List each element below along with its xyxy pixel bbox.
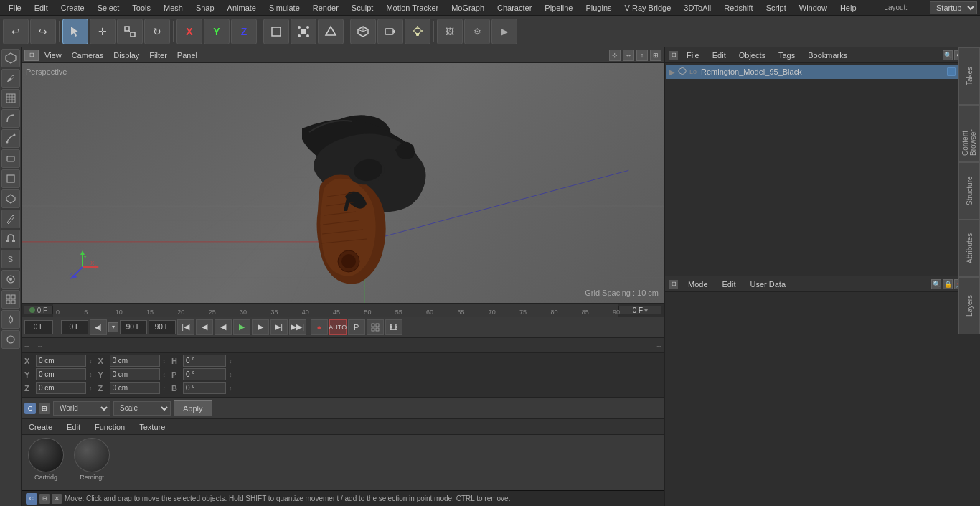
point-mode-button[interactable] bbox=[291, 19, 316, 44]
coord-z-rot[interactable] bbox=[110, 382, 160, 394]
objects-edit-menu[interactable]: Edit bbox=[708, 50, 730, 61]
sidebar-model-btn[interactable] bbox=[1, 49, 20, 67]
render-view-button[interactable]: 🖼 bbox=[437, 19, 463, 44]
attrs-edit-menu[interactable]: Edit bbox=[718, 278, 740, 290]
render-settings-button[interactable]: ⚙ bbox=[464, 19, 490, 44]
to-end-btn[interactable]: ▶| bbox=[270, 319, 288, 335]
back-frame-btn[interactable]: ◀ bbox=[196, 319, 213, 335]
menu-snap[interactable]: Snap bbox=[190, 2, 220, 14]
object-mode-button[interactable] bbox=[263, 19, 289, 44]
viewport-ctrl-4[interactable]: ⊞ bbox=[650, 50, 661, 61]
object-row-remington[interactable]: ▶ Lo Remington_Model_95_Black bbox=[666, 65, 979, 79]
tab-structure[interactable]: Structure bbox=[958, 162, 980, 220]
sidebar-paint2-btn[interactable] bbox=[1, 270, 20, 289]
interactive-render-button[interactable]: ▶ bbox=[491, 19, 517, 44]
sidebar-knife-btn[interactable] bbox=[1, 210, 20, 228]
sidebar-bend-btn[interactable] bbox=[1, 109, 20, 128]
sidebar-texture-btn[interactable] bbox=[1, 89, 20, 108]
material-cartridge[interactable]: Cartridg bbox=[24, 438, 67, 481]
material-create-menu[interactable]: Create bbox=[24, 421, 57, 433]
redo-button[interactable]: ↪ bbox=[30, 19, 56, 44]
status-icon-1[interactable]: C bbox=[24, 403, 36, 414]
menu-motion-tracker[interactable]: Motion Tracker bbox=[380, 2, 444, 14]
playback-grid-btn[interactable] bbox=[367, 319, 384, 335]
sidebar-grid-btn[interactable] bbox=[1, 290, 20, 309]
menu-edit[interactable]: Edit bbox=[29, 2, 54, 14]
coord-h[interactable] bbox=[183, 355, 226, 367]
next-frame-btn[interactable]: ▶ bbox=[252, 319, 269, 335]
sidebar-drop-btn[interactable] bbox=[1, 310, 20, 329]
objects-panel-icon[interactable]: ⊞ bbox=[669, 51, 678, 60]
objects-tags-menu[interactable]: Tags bbox=[774, 50, 799, 61]
coord-p[interactable] bbox=[183, 368, 226, 380]
viewport-canvas[interactable]: Perspective Grid Spacing : 10 cm Y X bbox=[22, 63, 664, 303]
timeline-bar[interactable]: 0 5 10 15 20 25 30 35 40 45 50 55 60 65 … bbox=[53, 303, 618, 317]
material-edit-menu[interactable]: Edit bbox=[62, 421, 85, 433]
viewport-view-menu[interactable]: View bbox=[40, 50, 66, 61]
light-button[interactable] bbox=[405, 19, 430, 44]
move-tool-button[interactable]: ✛ bbox=[90, 19, 116, 44]
object-color-swatch[interactable] bbox=[947, 67, 956, 76]
menu-help[interactable]: Help bbox=[834, 2, 862, 14]
coord-x-pos[interactable] bbox=[36, 355, 86, 367]
world-dropdown[interactable]: World Object bbox=[53, 401, 110, 416]
menu-3dtoall[interactable]: 3DToAll bbox=[678, 2, 717, 14]
menu-mesh[interactable]: Mesh bbox=[158, 2, 189, 14]
playback-start-frame[interactable] bbox=[61, 320, 88, 334]
objects-file-menu[interactable]: File bbox=[682, 50, 704, 61]
sidebar-poly-btn[interactable] bbox=[1, 189, 20, 208]
record-btn[interactable]: ● bbox=[311, 319, 328, 335]
menu-script[interactable]: Script bbox=[760, 2, 792, 14]
timeline-settings-icon[interactable]: ▾ bbox=[644, 306, 648, 314]
viewport-cameras-menu[interactable]: Cameras bbox=[67, 50, 108, 61]
to-start-btn[interactable]: |◀ bbox=[177, 319, 194, 335]
z-axis-button[interactable]: Z bbox=[231, 19, 257, 44]
coord-x-rot[interactable] bbox=[110, 355, 160, 367]
sidebar-smooth-btn[interactable]: S bbox=[1, 250, 20, 268]
camera-button[interactable] bbox=[377, 19, 403, 44]
scale-tool-button[interactable] bbox=[117, 19, 143, 44]
material-remington[interactable]: Remingt bbox=[70, 438, 113, 481]
menu-redshift[interactable]: Redshift bbox=[718, 2, 758, 14]
material-texture-menu[interactable]: Texture bbox=[135, 421, 169, 433]
sidebar-box-btn[interactable] bbox=[1, 169, 20, 188]
tab-content-browser[interactable]: Content Browser bbox=[958, 105, 980, 162]
tab-attributes[interactable]: Attributes bbox=[958, 220, 980, 277]
x-axis-button[interactable]: X bbox=[176, 19, 202, 44]
menu-select[interactable]: Select bbox=[92, 2, 126, 14]
sidebar-paint-btn[interactable]: 🖌 bbox=[1, 69, 20, 88]
objects-search-icon[interactable]: 🔍 bbox=[943, 50, 953, 60]
viewport-panel-menu[interactable]: Panel bbox=[173, 50, 202, 61]
play-backward-btn[interactable]: ◀| bbox=[90, 319, 107, 335]
viewport-ctrl-2[interactable]: ↔ bbox=[623, 50, 634, 61]
sidebar-magnet-btn[interactable] bbox=[1, 230, 20, 248]
attrs-userdata-menu[interactable]: User Data bbox=[746, 278, 791, 290]
sidebar-sculpt-btn[interactable] bbox=[1, 330, 20, 349]
objects-objects-menu[interactable]: Objects bbox=[735, 50, 770, 61]
y-axis-button[interactable]: Y bbox=[204, 19, 230, 44]
menu-tools[interactable]: Tools bbox=[126, 2, 156, 14]
sidebar-spline-btn[interactable] bbox=[1, 129, 20, 148]
attrs-panel-icon[interactable]: ⊞ bbox=[669, 280, 678, 289]
sidebar-surface-btn[interactable] bbox=[1, 149, 20, 168]
layout-select[interactable]: Startup bbox=[930, 1, 977, 14]
material-function-menu[interactable]: Function bbox=[90, 421, 129, 433]
menu-animate[interactable]: Animate bbox=[222, 2, 262, 14]
viewport-display-menu[interactable]: Display bbox=[109, 50, 143, 61]
back-play-btn[interactable]: ◀ bbox=[215, 319, 232, 335]
coord-y-rot[interactable] bbox=[110, 368, 160, 380]
tab-takes[interactable]: Takes bbox=[958, 47, 980, 105]
menu-render[interactable]: Render bbox=[307, 2, 344, 14]
objects-bookmarks-menu[interactable]: Bookmarks bbox=[804, 50, 852, 61]
status-close-btn[interactable]: ✕ bbox=[52, 494, 62, 504]
menu-create[interactable]: Create bbox=[55, 2, 90, 14]
playback-film-btn[interactable]: 🎞 bbox=[385, 319, 402, 335]
playback-mode-btn[interactable]: P bbox=[348, 319, 365, 335]
attrs-search-icon[interactable]: 🔍 bbox=[931, 279, 941, 289]
undo-button[interactable]: ↩ bbox=[3, 19, 29, 44]
edge-mode-button[interactable] bbox=[318, 19, 344, 44]
scale-dropdown[interactable]: Scale Size bbox=[113, 401, 171, 416]
viewport-ctrl-1[interactable]: ⊹ bbox=[609, 50, 621, 61]
playback-preview-start[interactable] bbox=[120, 320, 147, 334]
apply-button[interactable]: Apply bbox=[174, 400, 212, 416]
